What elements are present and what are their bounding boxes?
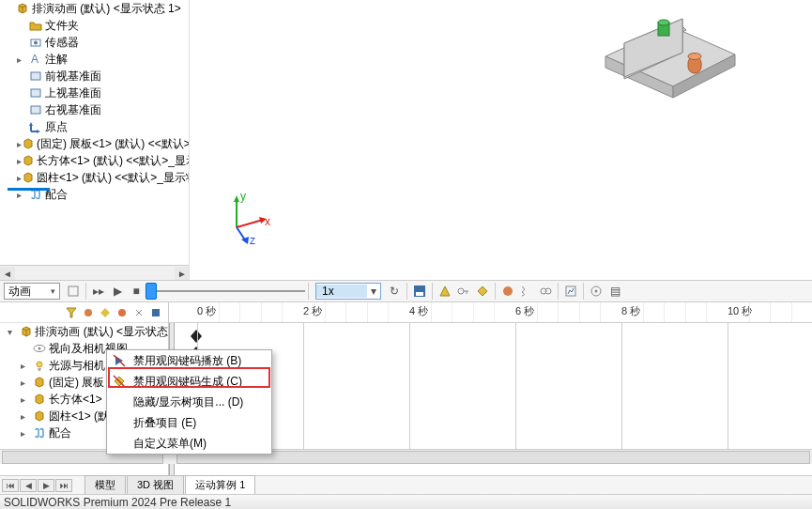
scroll-right-arrow[interactable]: ► [175,267,190,280]
svg-marker-10 [24,156,32,165]
ruler-tick-label: 2 秒 [303,304,322,318]
feature-tree-item[interactable]: ▸(固定) 展板<1> (默认) <<默认>_ [0,135,189,152]
expand-toggle[interactable]: ▾ [8,327,19,337]
plane-icon [28,69,43,84]
svg-text:x: x [265,215,270,228]
feature-tree-item[interactable]: 文件夹 [0,17,189,34]
expand-toggle[interactable]: ▸ [21,411,32,422]
tree-item-label: 前视基准面 [45,69,101,85]
playback-speed-combo[interactable]: 1x▾ [315,283,381,300]
svg-marker-43 [100,308,110,317]
feature-tree-item[interactable]: 排演动画 (默认) <显示状态 1> [0,0,189,17]
spring-button[interactable] [518,283,535,300]
feature-tree-item[interactable]: ▸A注解 [0,51,189,68]
filter-key-icon[interactable] [98,305,113,320]
context-menu-item[interactable]: 自定义菜单(M) [107,433,271,454]
tree-horizontal-scrollbar[interactable]: ◄ ► [0,265,190,280]
assembly-model[interactable] [596,9,746,122]
graphics-viewport[interactable]: y x z [190,0,812,280]
expand-toggle[interactable]: ▸ [17,54,28,65]
add-key-button[interactable] [474,283,491,300]
loop-button[interactable]: ↻ [386,283,403,300]
svg-rect-45 [152,309,160,316]
bottom-tab-bar: ⏮ ◀ ▶ ⏭ 模型3D 视图运动算例 1 [0,475,812,494]
timeline-ruler[interactable]: 0 秒2 秒4 秒6 秒8 秒10 秒 [169,302,812,323]
light-icon [32,358,47,373]
context-menu-item[interactable]: 隐藏/显示树项目... (D) [107,392,271,412]
svg-text:y: y [240,190,246,203]
expand-toggle[interactable]: ▸ [21,361,32,371]
motion-toolbar: 动画▾ ▸▸ ▶ ■ 1x▾ ↻ ▤ [0,280,812,302]
tree-item-label: 排演动画 (默认) <显示状态 [35,324,168,340]
tab-nav-prev[interactable]: ◀ [20,479,37,492]
save-animation-button[interactable] [411,283,428,300]
bottom-tab[interactable]: 3D 视图 [127,475,184,494]
tree-selection-bar [8,188,50,191]
context-menu-item[interactable]: 禁用观阅键码生成 (C) [107,371,271,392]
filter-funnel-icon[interactable] [64,305,79,320]
filter-appearance-icon[interactable] [115,305,130,320]
timeline-tree-item[interactable]: ▾排演动画 (默认) <显示状态 [0,323,168,340]
keygen-icon [111,373,128,390]
ruler-tick-label: 0 秒 [197,304,216,318]
svg-marker-51 [36,394,43,404]
expand-toggle[interactable]: ▸ [17,190,28,200]
feature-tree-item[interactable]: ▸圆柱<1> (默认) <<默认>_显示状 [0,169,189,186]
part-icon [22,153,35,168]
status-text: SOLIDWORKS Premium 2024 Pre Release 1 [4,496,231,509]
feature-tree-item[interactable]: 前视基准面 [0,68,189,85]
feature-tree-item[interactable]: 原点 [0,118,189,135]
context-menu-label: 禁用观阅键码播放 (B) [133,353,241,369]
filter-solid-icon[interactable] [148,305,163,320]
timeline-slider[interactable] [146,284,305,299]
svg-point-36 [503,286,513,296]
bottom-tab[interactable]: 运动算例 1 [185,475,255,494]
autokey-button[interactable] [455,283,472,300]
keyframe-diamond[interactable] [190,329,203,344]
feature-tree-item[interactable]: ▸长方体<1> (默认) <<默认>_显示 [0,152,189,169]
svg-marker-8 [37,130,40,133]
stop-button[interactable]: ■ [128,283,145,300]
tree-item-label: 传感器 [45,35,79,51]
svg-marker-52 [36,411,43,421]
expand-toggle[interactable]: ▸ [21,428,32,439]
tab-nav-last[interactable]: ⏭ [55,479,72,492]
feature-tree-item[interactable]: 右视基准面 [0,101,189,118]
timeline-filter-row [0,302,168,323]
context-menu-label: 自定义菜单(M) [133,436,207,452]
svg-text:z: z [250,234,255,246]
bottom-tab[interactable]: 模型 [84,475,126,494]
mate-icon [32,425,47,440]
filter-mates-icon[interactable] [131,305,146,320]
motor-button[interactable] [499,283,516,300]
blank-icon [111,393,128,410]
context-menu-item[interactable]: 禁用观阅键码播放 (B) [107,350,271,371]
orientation-triad[interactable]: y x z [218,190,274,246]
motion-study-type-combo[interactable]: 动画▾ [4,283,60,300]
collapse-motion-manager-button[interactable]: ▤ [606,283,623,300]
tree-item-label: 圆柱<1> (默认) <<默认>_显示状 [37,170,190,186]
tab-nav-next[interactable]: ▶ [38,479,54,492]
animation-wizard-button[interactable] [437,283,453,300]
feature-tree-item[interactable]: 传感器 [0,34,189,51]
tab-nav-first[interactable]: ⏮ [2,479,19,492]
scroll-left-arrow[interactable]: ◄ [0,267,15,280]
results-button[interactable] [562,283,579,300]
origin-icon [28,119,43,134]
feature-tree-pane: 排演动画 (默认) <显示状态 1>文件夹传感器▸A注解前视基准面上视基准面右视… [0,0,190,280]
sensor-icon [28,35,43,50]
feature-tree-item[interactable]: 上视基准面 [0,85,189,101]
contact-button[interactable] [537,283,554,300]
motion-study-properties-button[interactable] [588,283,605,300]
expand-toggle[interactable]: ▸ [21,394,32,405]
filter-motor-icon[interactable] [81,305,96,320]
context-menu-label: 折叠项目 (E) [133,415,196,431]
svg-line-56 [114,355,125,366]
play-from-start-button[interactable]: ▸▸ [90,283,107,300]
context-menu-item[interactable]: 折叠项目 (E) [107,412,271,433]
calculate-button[interactable] [65,283,82,300]
tree-item-label: 长方体<1> [49,392,102,408]
expand-toggle[interactable]: ▸ [21,378,32,388]
play-button[interactable]: ▶ [109,283,126,300]
timeline-slider-thumb[interactable] [146,283,157,300]
